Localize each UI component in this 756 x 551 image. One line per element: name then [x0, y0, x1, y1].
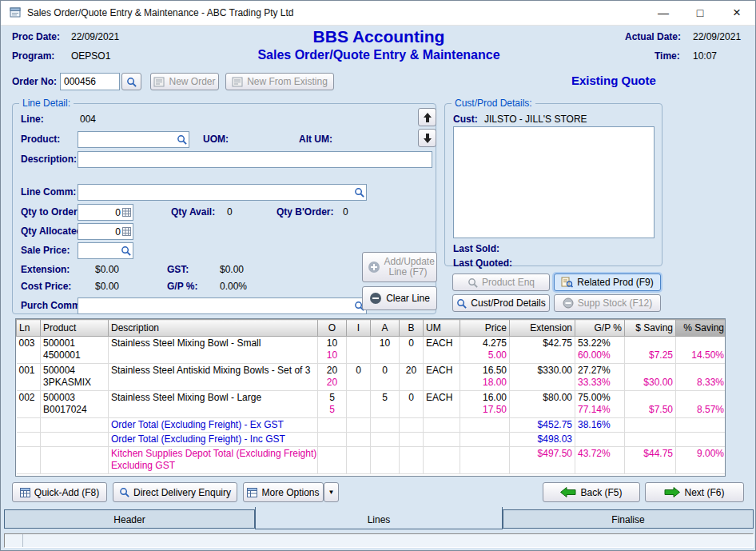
- cell-price: 4.2755.00: [460, 337, 510, 364]
- arrow-left-icon: [560, 487, 576, 497]
- col-header-o[interactable]: O: [318, 320, 347, 337]
- purch-comm-field: [78, 297, 367, 314]
- minimize-button[interactable]: —: [645, 1, 682, 25]
- search-icon[interactable]: [354, 187, 364, 198]
- total-gp: 43.72%: [575, 447, 625, 474]
- cust-label: Cust:: [453, 114, 478, 125]
- cell-qty-a: 0: [371, 364, 400, 391]
- table-row[interactable]: 003 5000014500001 Stainless Steel Mixing…: [17, 337, 726, 364]
- col-header-pct-saving[interactable]: % Saving: [676, 320, 726, 337]
- tab-finalise[interactable]: Finalise: [503, 509, 754, 529]
- grid-add-icon: [20, 488, 30, 497]
- calculator-icon[interactable]: [122, 208, 131, 217]
- search-icon: [456, 298, 467, 309]
- cell-price: 16.0017.50: [460, 391, 510, 418]
- cell-gp: 75.00%77.14%: [575, 391, 625, 418]
- list-icon: [247, 488, 257, 497]
- cell-extension: $42.75: [510, 337, 575, 364]
- cell-qty-b: 0: [400, 337, 424, 364]
- col-header-price[interactable]: Price: [460, 320, 510, 337]
- tab-lines[interactable]: Lines: [255, 507, 503, 529]
- new-order-button[interactable]: New Order: [150, 73, 219, 90]
- col-header-description[interactable]: Description: [109, 320, 318, 337]
- cell-product: 5000014500001: [41, 337, 109, 364]
- description-input[interactable]: [80, 154, 430, 166]
- more-options-button[interactable]: More Options: [243, 482, 324, 502]
- qty-avail-label: Qty Avail:: [171, 206, 215, 218]
- last-quoted-label: Last Quoted:: [453, 258, 512, 269]
- cell-ln: 002: [17, 391, 41, 418]
- maximize-button[interactable]: □: [682, 1, 718, 25]
- sale-price-input[interactable]: [80, 246, 121, 257]
- quick-add-button[interactable]: Quick-Add (F8): [12, 482, 107, 502]
- new-from-existing-button[interactable]: New From Existing: [225, 73, 334, 90]
- supp-stock-button[interactable]: Supp Stock (F12): [554, 294, 661, 312]
- back-button[interactable]: Back (F5): [543, 482, 640, 502]
- clear-line-button[interactable]: Clear Line: [362, 286, 437, 310]
- main-content: Proc Date: 22/09/2021 Program: OEPSO1 BB…: [1, 25, 755, 550]
- new-from-existing-icon: [232, 77, 243, 87]
- line-down-button[interactable]: [418, 129, 436, 147]
- related-prod-button[interactable]: Related Prod (F9): [554, 274, 661, 291]
- time-value: 10:07: [693, 50, 717, 62]
- cell-extension: $330.00: [510, 364, 575, 391]
- arrow-up-icon: [423, 112, 432, 123]
- add-update-line-button[interactable]: Add/Update Line (F7): [362, 252, 437, 282]
- tab-header[interactable]: Header: [4, 509, 255, 529]
- qty-border-value: 0: [343, 206, 348, 218]
- order-no-label: Order No:: [12, 76, 57, 87]
- col-header-a[interactable]: A: [371, 320, 400, 337]
- cell-pct-saving: 8.57%: [676, 391, 726, 418]
- total-pct-saving: 9.00%: [676, 447, 726, 474]
- cell-description: Stainless Steel Mixing Bowl - Small: [109, 337, 318, 364]
- purch-comm-input[interactable]: [80, 301, 354, 312]
- total-extension: $497.50: [510, 447, 575, 474]
- order-no-input[interactable]: [62, 76, 117, 87]
- cell-gp: 53.22%60.00%: [575, 337, 625, 364]
- line-comm-input[interactable]: [80, 187, 354, 198]
- col-header-um[interactable]: UM: [424, 320, 460, 337]
- grid-header-row: Ln Product Description O I A B UM Price …: [17, 320, 726, 337]
- maximize-icon: □: [697, 6, 703, 19]
- actual-date-value: 22/09/2021: [693, 31, 741, 42]
- calculator-icon[interactable]: [122, 227, 131, 236]
- cell-description: Stainless Steel Antiskid Mixing Bowls - …: [109, 364, 318, 391]
- qty-to-order-input[interactable]: [80, 207, 122, 218]
- qty-allocated-field: [78, 223, 133, 240]
- minimize-icon: —: [658, 6, 669, 19]
- program-value: OEPSO1: [71, 50, 110, 62]
- cell-qty-i: [347, 337, 371, 364]
- total-row-ex-gst: Order Total (Excluding Freight) - Ex GST…: [17, 418, 726, 433]
- cust-prod-details-button[interactable]: Cust/Prod Details: [452, 294, 550, 312]
- direct-delivery-enquiry-button[interactable]: Direct Delivery Enquiry: [113, 482, 237, 502]
- col-header-i[interactable]: I: [347, 320, 371, 337]
- order-no-search-button[interactable]: [121, 73, 141, 90]
- table-row[interactable]: 001 5000043PKASMIX Stainless Steel Antis…: [17, 364, 726, 391]
- col-header-dollar-saving[interactable]: $ Saving: [625, 320, 676, 337]
- search-icon[interactable]: [177, 134, 187, 145]
- col-header-b[interactable]: B: [400, 320, 424, 337]
- cost-price-value: $0.00: [95, 281, 119, 292]
- col-header-gp[interactable]: G/P %: [575, 320, 625, 337]
- search-icon: [126, 77, 137, 87]
- qty-allocated-input[interactable]: [80, 226, 122, 238]
- table-row[interactable]: 002 500003B0017024 Stainless Steel Mixin…: [17, 391, 726, 418]
- product-enq-button[interactable]: Product Enq: [452, 274, 550, 291]
- extension-label: Extension:: [21, 264, 70, 275]
- search-icon[interactable]: [121, 246, 131, 256]
- cell-dollar-saving: $30.00: [625, 364, 676, 391]
- window-title: Sales Order/Quote Entry & Maintenance - …: [27, 7, 294, 18]
- col-header-extension[interactable]: Extension: [510, 320, 575, 337]
- screen-title: Sales Order/Quote Entry & Maintenance: [179, 48, 579, 62]
- cell-pct-saving: 8.33%: [676, 364, 726, 391]
- extension-value: $0.00: [95, 264, 119, 275]
- close-button[interactable]: ×: [718, 1, 755, 25]
- col-header-product[interactable]: Product: [41, 320, 109, 337]
- more-options-dropdown-button[interactable]: ▼: [324, 482, 339, 502]
- product-input[interactable]: [80, 134, 177, 146]
- cust-prod-group: Cust/Prod Details: Cust: JILSTO - JILL'S…: [444, 103, 662, 266]
- line-up-button[interactable]: [418, 108, 436, 126]
- line-label: Line:: [21, 114, 44, 125]
- next-button[interactable]: Next (F6): [645, 482, 744, 502]
- col-header-ln[interactable]: Ln: [17, 320, 41, 337]
